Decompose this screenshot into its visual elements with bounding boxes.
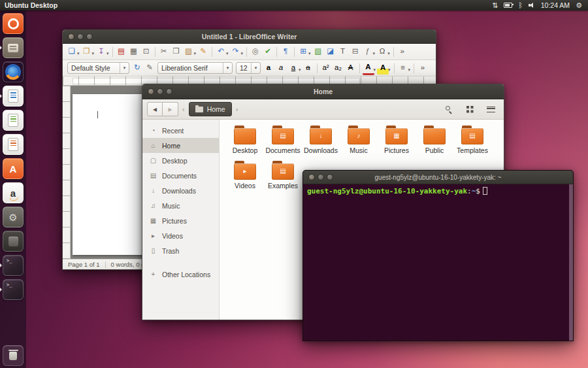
toolbar-overflow-icon[interactable]: » bbox=[397, 46, 408, 58]
new-document-icon-dropdown[interactable]: ▾ bbox=[77, 51, 80, 56]
writer-titlebar[interactable]: Untitled 1 - LibreOffice Writer bbox=[63, 30, 436, 44]
folder-videos[interactable]: ▸Videos bbox=[226, 161, 264, 195]
paste-icon-dropdown[interactable]: ▾ bbox=[194, 51, 197, 56]
launcher-item-ubuntu-software[interactable]: A bbox=[3, 158, 24, 179]
font-size-combo[interactable]: 12 ▾ bbox=[236, 62, 261, 74]
sidebar-item-recent[interactable]: ◔Recent bbox=[142, 123, 219, 138]
paste-icon[interactable]: ▨ bbox=[183, 46, 195, 58]
folder-downloads[interactable]: ↓Downloads bbox=[302, 125, 340, 159]
insert-field-icon-dropdown[interactable]: ▾ bbox=[373, 51, 376, 56]
font-size-dropdown[interactable]: ▾ bbox=[251, 63, 260, 73]
clock[interactable]: 10:24 AM bbox=[541, 1, 570, 9]
format-overflow-icon[interactable]: » bbox=[417, 62, 429, 75]
close-button[interactable] bbox=[308, 174, 315, 180]
folder-public[interactable]: Public bbox=[416, 125, 453, 159]
back-button[interactable]: ◂ bbox=[147, 102, 163, 116]
insert-table-icon[interactable]: ⊞ bbox=[297, 46, 309, 58]
special-character-icon-dropdown[interactable]: ▾ bbox=[387, 51, 390, 56]
launcher-item-system-settings[interactable]: ⚙ bbox=[3, 207, 24, 227]
launcher-item-files[interactable] bbox=[3, 37, 24, 58]
font-name-dropdown[interactable]: ▾ bbox=[223, 63, 232, 73]
terminal-body[interactable]: guest-ng5ylz@ubuntu-16-10-yakkety-yak:~$ bbox=[303, 184, 573, 341]
minimize-button[interactable] bbox=[77, 33, 84, 40]
session-gear-icon[interactable]: ⚙ bbox=[576, 2, 582, 9]
print-icon[interactable]: ▦ bbox=[128, 46, 140, 58]
files-titlebar[interactable]: Home bbox=[142, 84, 504, 99]
paragraph-style-dropdown[interactable]: ▾ bbox=[120, 63, 129, 73]
highlight-color-icon[interactable]: A bbox=[377, 62, 389, 75]
line-spacing-icon-dropdown[interactable]: ▾ bbox=[408, 67, 411, 73]
sidebar-item-videos[interactable]: ▸Videos bbox=[142, 228, 219, 243]
insert-textbox-icon[interactable]: T bbox=[337, 46, 349, 58]
underline-icon[interactable]: a bbox=[287, 62, 299, 75]
view-grid-button[interactable] bbox=[461, 102, 478, 116]
maximize-button[interactable] bbox=[86, 33, 93, 40]
open-icon-dropdown[interactable]: ▾ bbox=[92, 51, 95, 56]
cut-icon[interactable]: ✂ bbox=[158, 46, 170, 58]
minimize-button[interactable] bbox=[157, 88, 163, 95]
sidebar-item-other-locations[interactable]: +Other Locations bbox=[142, 267, 219, 282]
copy-icon[interactable]: ❐ bbox=[171, 46, 182, 58]
battery-icon[interactable] bbox=[504, 3, 512, 8]
launcher-item-amazon[interactable]: a bbox=[3, 182, 24, 203]
folder-pictures[interactable]: ▦Pictures bbox=[378, 125, 416, 159]
sidebar-item-desktop[interactable]: ▢Desktop bbox=[142, 153, 219, 168]
maximize-button[interactable] bbox=[166, 88, 172, 95]
insert-image-icon[interactable]: ▧ bbox=[312, 46, 324, 58]
launcher-item-firefox[interactable] bbox=[3, 61, 24, 82]
terminal-scrollbar[interactable] bbox=[569, 184, 573, 341]
save-icon-dropdown[interactable]: ▾ bbox=[106, 51, 109, 56]
menu-button[interactable] bbox=[482, 102, 499, 116]
launcher-item-ubuntu-dash[interactable] bbox=[3, 13, 24, 34]
strikethrough-icon[interactable]: a bbox=[302, 62, 314, 75]
redo-icon[interactable]: ↷ bbox=[230, 46, 242, 58]
font-color-icon[interactable]: A bbox=[363, 61, 374, 75]
highlight-color-icon-dropdown[interactable]: ▾ bbox=[388, 67, 391, 73]
redo-icon-dropdown[interactable]: ▾ bbox=[241, 51, 244, 56]
export-pdf-icon[interactable]: ▤ bbox=[116, 46, 127, 58]
clear-formatting-icon[interactable]: A bbox=[345, 62, 357, 75]
new-document-icon[interactable]: ❏ bbox=[66, 46, 78, 58]
folder-templates[interactable]: ▤Templates bbox=[453, 125, 491, 159]
sidebar-item-trash[interactable]: ▯Trash bbox=[142, 243, 219, 258]
folder-documents[interactable]: ▤Documents bbox=[264, 125, 302, 159]
insert-chart-icon[interactable]: ◪ bbox=[325, 46, 336, 58]
new-style-icon[interactable]: ✎ bbox=[144, 62, 155, 75]
launcher-item-libreoffice-writer[interactable] bbox=[3, 86, 24, 107]
page-break-icon[interactable]: ⊟ bbox=[350, 46, 361, 58]
minimize-button[interactable] bbox=[318, 174, 324, 180]
launcher-item-text-editor[interactable] bbox=[3, 231, 24, 252]
bold-icon[interactable]: a bbox=[263, 62, 274, 75]
pathbar-home-button[interactable]: Home bbox=[189, 102, 232, 116]
sidebar-item-music[interactable]: ♫Music bbox=[142, 198, 219, 213]
underline-icon-dropdown[interactable]: ▾ bbox=[299, 67, 301, 73]
launcher-item-libreoffice-calc[interactable] bbox=[3, 110, 24, 131]
launcher-item-terminal-2[interactable]: >_ bbox=[3, 279, 24, 300]
launcher-item-trash[interactable] bbox=[3, 345, 24, 366]
print-preview-icon[interactable]: ⊡ bbox=[140, 46, 152, 58]
undo-icon-dropdown[interactable]: ▾ bbox=[226, 51, 229, 56]
formatting-marks-icon[interactable]: ¶ bbox=[280, 46, 291, 58]
sidebar-item-downloads[interactable]: ↓Downloads bbox=[142, 183, 219, 198]
maximize-button[interactable] bbox=[327, 174, 333, 180]
font-name-combo[interactable]: Liberation Serif ▾ bbox=[157, 62, 233, 74]
launcher-item-terminal[interactable]: >_ bbox=[3, 255, 24, 276]
insert-table-icon-dropdown[interactable]: ▾ bbox=[308, 51, 311, 56]
bluetooth-icon[interactable]: ᛒ bbox=[518, 2, 523, 9]
special-character-icon[interactable]: Ω bbox=[376, 46, 388, 58]
superscript-icon[interactable]: a² bbox=[320, 62, 332, 75]
find-replace-icon[interactable]: ◎ bbox=[250, 46, 261, 58]
clone-formatting-icon[interactable]: ✎ bbox=[197, 46, 209, 58]
line-spacing-icon[interactable]: ≡ bbox=[397, 62, 409, 75]
paragraph-style-combo[interactable]: Default Style ▾ bbox=[67, 62, 129, 74]
sidebar-item-documents[interactable]: ▤Documents bbox=[142, 168, 219, 183]
open-icon[interactable]: ❐ bbox=[81, 46, 93, 58]
insert-field-icon[interactable]: ƒ bbox=[362, 46, 374, 58]
save-icon[interactable]: ↧ bbox=[95, 46, 107, 58]
undo-icon[interactable]: ↶ bbox=[215, 46, 227, 58]
update-style-icon[interactable]: ↻ bbox=[131, 62, 143, 75]
page-count-status[interactable]: Page 1 of 1 bbox=[68, 261, 100, 268]
search-button[interactable] bbox=[440, 102, 457, 116]
folder-desktop[interactable]: Desktop bbox=[226, 125, 264, 159]
subscript-icon[interactable]: a₂ bbox=[333, 62, 344, 75]
